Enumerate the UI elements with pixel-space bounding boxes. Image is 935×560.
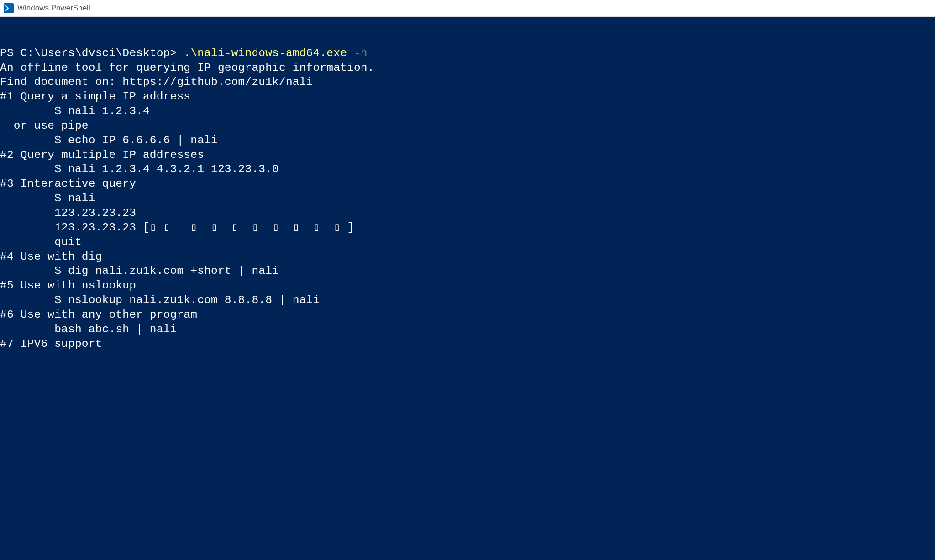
output-line: $ nali 1.2.3.4 [0, 104, 935, 119]
output-line: bash abc.sh | nali [0, 322, 935, 337]
window-title: Windows PowerShell [17, 4, 90, 13]
output-line: #1 Query a simple IP address [0, 89, 935, 104]
output-line: $ nslookup nali.zu1k.com 8.8.8.8 | nali [0, 293, 935, 308]
output-line: $ nali 1.2.3.4 4.3.2.1 123.23.3.0 [0, 162, 935, 177]
output-line: $ echo IP 6.6.6.6 | nali [0, 133, 935, 148]
output-line: #5 Use with nslookup [0, 278, 935, 293]
terminal-content: PS C:\Users\dvsci\Desktop> .\nali-window… [0, 46, 935, 351]
powershell-icon [4, 3, 14, 13]
prompt: PS C:\Users\dvsci\Desktop> [0, 47, 184, 59]
output-line: 123.23.23.23 [▯ ▯ ▯ ▯ ▯ ▯ ▯ ▯ ▯ ▯ ] [0, 220, 935, 235]
output-line: $ nali [0, 191, 935, 206]
output-line: or use pipe [0, 119, 935, 133]
output-line: #2 Query multiple IP addresses [0, 148, 935, 162]
output-line: #6 Use with any other program [0, 308, 935, 322]
output-line: #4 Use with dig [0, 250, 935, 264]
window-titlebar[interactable]: Windows PowerShell [0, 0, 935, 17]
output-line: $ dig nali.zu1k.com +short | nali [0, 264, 935, 278]
output-line: 123.23.23.23 [0, 206, 935, 220]
output-line: An offline tool for querying IP geograph… [0, 61, 935, 75]
executable-path: .\nali-windows-amd64.exe [184, 47, 347, 59]
output-line: quit [0, 235, 935, 250]
output-line: #7 IPV6 support [0, 337, 935, 351]
command-flag: -h [347, 47, 368, 59]
command-line: PS C:\Users\dvsci\Desktop> .\nali-window… [0, 46, 935, 61]
output-line: #3 Interactive query [0, 177, 935, 191]
terminal-pane[interactable]: PS C:\Users\dvsci\Desktop> .\nali-window… [0, 17, 935, 560]
output-line: Find document on: https://github.com/zu1… [0, 75, 935, 89]
